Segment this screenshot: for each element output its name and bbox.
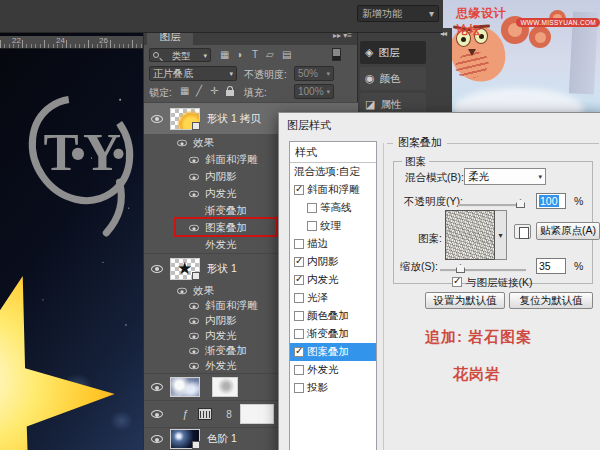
snap-to-origin-button[interactable]: 贴紧原点(A): [536, 222, 600, 240]
layer-thumbnail[interactable]: [170, 258, 200, 280]
chevron-down-icon: ▾: [203, 49, 207, 62]
levels-adjustment-icon[interactable]: [198, 408, 212, 420]
tutorial-highlight-box: [174, 217, 278, 237]
style-item-inner-glow[interactable]: 内发光: [290, 271, 376, 289]
eye-icon[interactable]: [189, 317, 199, 323]
watermark: 思缘设计论坛 WWW.MISSYUAN.COM: [456, 5, 600, 39]
checkbox[interactable]: [294, 365, 304, 375]
options-bar: 新增功能 ▾: [0, 0, 443, 33]
eye-icon[interactable]: [177, 139, 187, 145]
opacity-field[interactable]: 100: [536, 193, 566, 209]
eye-icon[interactable]: [151, 435, 163, 443]
link-icon: 8: [226, 409, 232, 420]
eye-icon[interactable]: [189, 156, 199, 162]
eye-icon[interactable]: [177, 287, 187, 293]
eye-icon[interactable]: [189, 190, 199, 196]
blend-mode-value: 柔光: [468, 170, 489, 184]
ruler-label: 26: [99, 36, 108, 45]
opacity-slider-thumb[interactable]: [516, 199, 525, 208]
eye-icon[interactable]: [189, 302, 199, 308]
style-item-drop-shadow[interactable]: 投影: [290, 379, 376, 397]
link-with-layer-checkbox[interactable]: [452, 277, 462, 287]
style-item-texture[interactable]: 纹理: [290, 217, 376, 235]
scale-slider-thumb[interactable]: [456, 264, 465, 273]
opacity-label: 不透明度(Y):: [404, 195, 463, 209]
lock-all-icon[interactable]: [226, 90, 234, 96]
blend-mode-select[interactable]: 正片叠底 ▾: [149, 66, 237, 81]
layer-filter-combo[interactable]: 类型 ▾: [149, 48, 211, 62]
layer-mask-thumbnail[interactable]: [240, 404, 274, 424]
dock-button-color[interactable]: ◉ 颜色: [360, 67, 426, 90]
scale-field[interactable]: 35: [536, 258, 566, 274]
pattern-fieldset: 图案 混合模式(B): 柔光 ▾ 不透明度(Y): 100 % 图案: ▾ 贴紧…: [393, 161, 593, 284]
horizontal-ruler: 22 24 26: [0, 36, 143, 49]
style-item-inner-shadow[interactable]: 内阴影: [290, 253, 376, 271]
eye-icon[interactable]: [151, 410, 163, 418]
effect-label: 内阴影: [205, 170, 237, 184]
photoshop-window: 新增功能 ▾ 22 24 26 T Y: [0, 0, 600, 450]
eye-icon[interactable]: [189, 347, 199, 353]
lock-transparency-icon[interactable]: ▦: [180, 85, 189, 96]
layer-thumbnail[interactable]: [170, 108, 200, 130]
reset-default-button[interactable]: 复位为默认值: [509, 292, 593, 309]
checkbox[interactable]: [307, 221, 317, 231]
fill-value[interactable]: 100% ▾: [294, 84, 334, 99]
checkbox[interactable]: [294, 383, 304, 393]
checkbox[interactable]: [294, 311, 304, 321]
checkbox[interactable]: [294, 293, 304, 303]
opacity-value[interactable]: 50% ▾: [294, 66, 334, 81]
eye-icon[interactable]: [189, 173, 199, 179]
pattern-thumbnail[interactable]: [445, 210, 495, 260]
filter-smartobject-icon[interactable]: ▤: [282, 49, 291, 60]
effect-label: 内发光: [205, 187, 237, 201]
filter-pixel-icon[interactable]: ▦: [220, 49, 229, 60]
layer-name: 色阶 1: [207, 432, 237, 446]
layer-thumbnail[interactable]: [170, 429, 200, 449]
checkbox[interactable]: [294, 347, 304, 357]
eye-icon[interactable]: [151, 265, 163, 273]
style-item-pattern-overlay[interactable]: 图案叠加: [290, 343, 376, 361]
opacity-slider[interactable]: [458, 204, 524, 207]
checkbox[interactable]: [294, 239, 304, 249]
watermark-site-name: 思缘设计论坛: [456, 5, 513, 39]
new-pattern-button[interactable]: [514, 224, 531, 239]
layer-mask-thumbnail[interactable]: [212, 377, 238, 397]
eye-icon[interactable]: [151, 115, 163, 123]
eye-icon[interactable]: [151, 383, 163, 391]
effect-label: 斜面和浮雕: [205, 153, 258, 167]
eye-icon[interactable]: [189, 362, 199, 368]
style-item-outer-glow[interactable]: 外发光: [290, 361, 376, 379]
scale-slider[interactable]: [440, 269, 526, 272]
toy-logo: T Y: [24, 89, 138, 241]
fill-label: 填充:: [244, 86, 267, 100]
style-item-blending-options[interactable]: 混合选项:自定: [290, 163, 376, 181]
lock-position-icon[interactable]: ✛: [210, 85, 218, 96]
style-item-contour[interactable]: 等高线: [290, 199, 376, 217]
style-item-bevel[interactable]: 斜面和浮雕: [290, 181, 376, 199]
effect-label: 渐变叠加: [205, 204, 247, 218]
checkbox[interactable]: [294, 257, 304, 267]
filter-adjustment-icon[interactable]: ◑: [236, 49, 242, 60]
blend-mode-select[interactable]: 柔光 ▾: [464, 168, 546, 185]
checkbox[interactable]: [294, 185, 304, 195]
pattern-picker-arrow[interactable]: ▾: [495, 210, 507, 260]
style-item-gradient-overlay[interactable]: 渐变叠加: [290, 325, 376, 343]
style-item-satin[interactable]: 光泽: [290, 289, 376, 307]
filter-shape-icon[interactable]: ▱: [266, 49, 274, 60]
layer-thumbnail[interactable]: [170, 377, 200, 397]
checkbox[interactable]: [294, 329, 304, 339]
lock-pixels-icon[interactable]: ╱: [196, 85, 202, 96]
checkbox[interactable]: [307, 203, 317, 213]
filter-type-icon[interactable]: T: [252, 49, 258, 60]
checkbox[interactable]: [294, 275, 304, 285]
style-item-color-overlay[interactable]: 颜色叠加: [290, 307, 376, 325]
ruler-label: 24: [56, 36, 65, 45]
filter-toggle-icon[interactable]: [332, 48, 341, 61]
eye-icon[interactable]: [189, 332, 199, 338]
workspace-switcher[interactable]: 新增功能 ▾: [357, 5, 439, 22]
filter-kind-label: 类型: [172, 49, 191, 62]
style-item-stroke[interactable]: 描边: [290, 235, 376, 253]
set-default-button[interactable]: 设置为默认值: [425, 292, 505, 309]
dock-button-layers[interactable]: ◈ 图层: [360, 41, 426, 64]
color-icon: ◉: [365, 72, 375, 85]
